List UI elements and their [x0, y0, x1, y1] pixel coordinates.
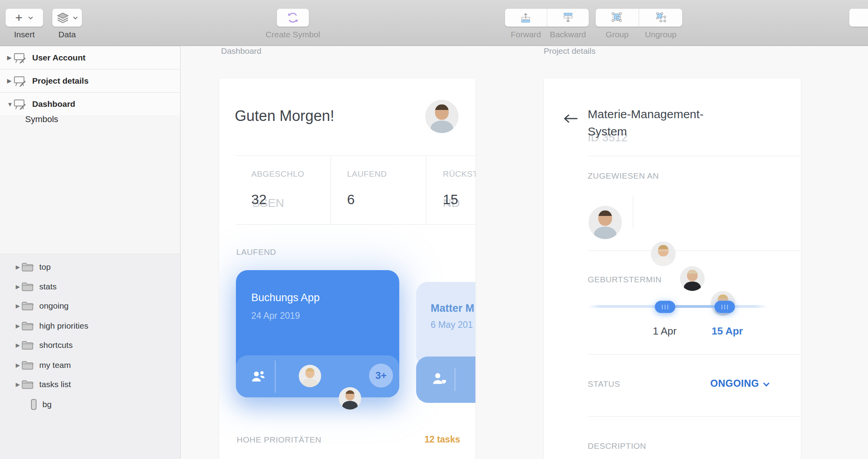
backward-label: Backward [547, 30, 589, 39]
insert-button-label: Insert [5, 30, 43, 39]
ongoing-section-header: LAUFEND [236, 247, 276, 257]
move-forward-backward-group [505, 9, 589, 27]
greeting-text: Guten Morgen! [235, 108, 334, 124]
folder-icon [21, 301, 34, 311]
move-backward-icon [561, 12, 575, 23]
group-button[interactable] [596, 9, 639, 27]
card-footer: 3+ [236, 355, 399, 397]
stat-value-completed: SSEN 32 [251, 192, 267, 207]
layer-item-top[interactable]: ▶ top [0, 257, 180, 277]
disclosure-triangle-icon[interactable]: ▶ [16, 323, 21, 329]
ungroup-button[interactable] [639, 9, 682, 27]
toolbar: + Insert Data Create Symbol [0, 0, 868, 46]
stats-divider [331, 156, 331, 224]
more-members-count: 3+ [375, 370, 387, 381]
card-footer [416, 357, 475, 403]
footer-divider [455, 368, 455, 391]
stat-label-overdue: RÜCKST [443, 169, 475, 179]
layer-label: high priorities [39, 321, 88, 331]
create-symbol-button[interactable] [277, 9, 309, 27]
create-symbol-sync-icon [286, 11, 300, 24]
slider-handle-start[interactable] [655, 301, 675, 313]
layer-item-ongoing[interactable]: ▶ ongoing [0, 296, 180, 316]
backward-button[interactable] [547, 9, 589, 27]
due-date-label: GEBURTSTERMIN [588, 275, 662, 284]
status-dropdown[interactable]: ONGOING [667, 378, 769, 389]
layer-list: ▶ top ▶ stats ▶ ongoing ▶ high prioritie… [0, 254, 180, 459]
artboard-icon [13, 98, 27, 110]
disclosure-triangle-icon[interactable]: ▼ [7, 101, 13, 108]
assignee-avatar[interactable] [680, 266, 705, 291]
data-button[interactable] [52, 9, 82, 27]
sidebar: PAGES + mockups mockups (German) Symbols… [0, 46, 181, 459]
range-start-label: 1 Apr [645, 325, 684, 337]
slider-handle-end[interactable] [715, 301, 735, 313]
disclosure-triangle-icon[interactable]: ▶ [16, 362, 21, 368]
group-icon [611, 11, 623, 24]
insert-button[interactable]: + [5, 9, 43, 27]
artboard-item-dashboard[interactable]: ▼ Dashboard [0, 92, 180, 115]
card-date: 24 Apr 2019 [251, 311, 300, 321]
disclosure-triangle-icon[interactable]: ▶ [16, 303, 21, 309]
layer-label: bg [42, 400, 51, 409]
back-arrow-icon[interactable] [563, 113, 578, 124]
folder-icon [21, 360, 34, 370]
section-divider [588, 354, 801, 355]
assignee-heart-icon [431, 371, 448, 386]
disclosure-triangle-icon[interactable]: ▶ [16, 264, 21, 270]
layer-item-tasks-list[interactable]: ▶ tasks list [0, 375, 180, 394]
layer-item-bg[interactable]: bg [0, 395, 180, 414]
disclosure-triangle-icon[interactable]: ▶ [7, 77, 13, 84]
user-avatar[interactable] [425, 100, 459, 133]
artboard-label: Dashboard [32, 99, 75, 109]
card-date: 6 May 201 [431, 320, 473, 330]
project-artboard-label[interactable]: Project details [544, 46, 596, 56]
priorities-task-count[interactable]: 12 tasks [392, 434, 460, 445]
dashboard-artboard-label[interactable]: Dashboard [221, 46, 261, 56]
disclosure-triangle-icon[interactable]: ▶ [16, 381, 21, 388]
disclosure-triangle-icon[interactable]: ▶ [7, 54, 13, 61]
layer-label: tasks list [39, 380, 71, 389]
footer-divider [275, 360, 276, 393]
project-card-buchungs-app[interactable]: Buchungs App 24 Apr 2019 3+ [236, 270, 399, 397]
description-label: DESCRIPTION [588, 441, 646, 451]
folder-icon [21, 321, 34, 331]
artboard-item-project-details[interactable]: ▶ Project details [0, 69, 180, 92]
folder-icon [21, 282, 34, 292]
assignee-divider [633, 196, 633, 228]
group-label: Group [596, 30, 639, 39]
artboard-label: User Account [32, 53, 86, 62]
ungroup-icon [654, 11, 667, 24]
disclosure-triangle-icon[interactable]: ▶ [16, 283, 21, 290]
folder-icon [21, 380, 34, 390]
forward-button[interactable] [505, 9, 547, 27]
chevron-down-icon [73, 16, 78, 20]
layer-item-high-priorities[interactable]: ▶ high priorities [0, 316, 180, 336]
assignee-avatar-primary[interactable] [588, 206, 622, 239]
project-details-artboard: Materie-Management- ID 3512 System ZUGEW… [544, 79, 801, 459]
layer-label: stats [39, 282, 57, 291]
section-divider [588, 251, 801, 251]
layer-label: shortcuts [39, 340, 73, 350]
rectangle-layer-icon [31, 399, 37, 410]
assignee-avatar[interactable] [651, 241, 676, 266]
stats-top-divider [236, 155, 475, 156]
artboard-icon [13, 52, 27, 64]
member-avatar[interactable] [339, 387, 361, 410]
card-title: Buchungs App [251, 292, 320, 304]
layer-label: ongoing [39, 301, 69, 311]
chevron-down-icon [763, 382, 769, 387]
project-card-matter[interactable]: Matter M 6 May 201 [416, 282, 475, 367]
layer-item-shortcuts[interactable]: ▶ shortcuts [0, 335, 180, 355]
layer-item-stats[interactable]: ▶ stats [0, 277, 180, 296]
clipped-toolbar-button[interactable] [849, 9, 868, 27]
artboard-icon [13, 75, 27, 87]
member-avatar[interactable] [299, 365, 321, 387]
more-members-badge[interactable]: 3+ [369, 364, 393, 388]
stat-label-ongoing: LAUFEND [347, 169, 387, 179]
disclosure-triangle-icon[interactable]: ▶ [16, 342, 21, 348]
artboard-item-user-account[interactable]: ▶ User Account [0, 46, 180, 69]
layer-item-my-team[interactable]: ▶ my team [0, 355, 180, 375]
status-value: ONGOING [710, 378, 759, 389]
artboard-label: Project details [32, 76, 89, 86]
